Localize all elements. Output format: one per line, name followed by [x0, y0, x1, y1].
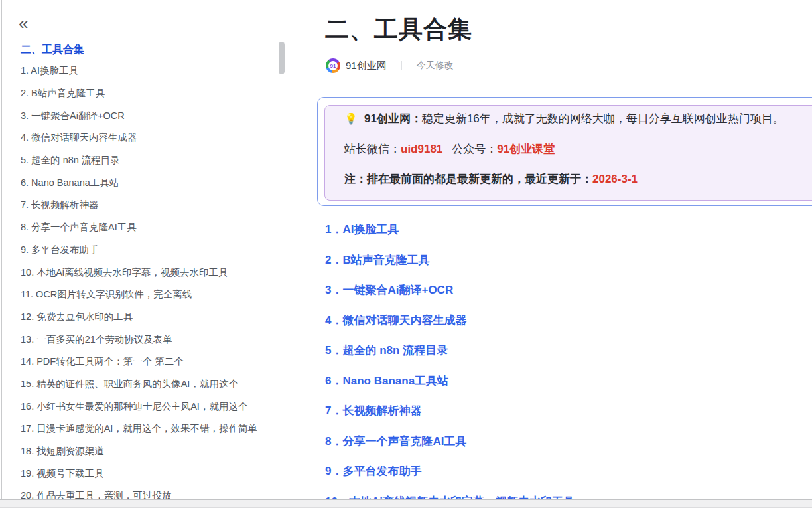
window-bottom-edge	[0, 499, 812, 508]
toc-item[interactable]: 6. Nano Banana工具站	[21, 171, 273, 194]
toc-item[interactable]: 10. 本地Ai离线视频去水印字幕，视频去水印工具	[21, 261, 273, 284]
modified-time: 今天修改	[417, 60, 454, 72]
author-name[interactable]: 91创业网	[346, 60, 387, 72]
toc-item[interactable]: 16. 小红书女生最爱的那种迪士尼公主风AI，就用这个	[21, 395, 273, 418]
doc-main: 二、工具合集 91 91创业网 今天修改 💡91创业网：稳定更新16年，成就了无…	[302, 0, 812, 499]
update-note: 注：排在最前面的都是最新更新的，最近更新于：	[344, 173, 592, 185]
avatar-label: 91	[328, 61, 338, 70]
toc-item[interactable]: 14. PDF转化工具两个：第一个 第二个	[21, 351, 273, 373]
tool-link[interactable]: 8．分享一个声音克隆AI工具	[325, 426, 812, 457]
toc-item[interactable]: 12. 免费去豆包水印的工具	[21, 306, 273, 329]
wechat-id: uid9181	[401, 143, 442, 155]
toc-item[interactable]: 15. 精英的证件照、职业商务风的头像AI，就用这个	[21, 373, 273, 396]
tool-link[interactable]: 2．B站声音克隆工具	[325, 245, 812, 276]
sidebar-scrollbar-thumb[interactable]	[279, 42, 285, 74]
toc-sidebar: « 二、工具合集 1. AI换脸工具 2. B站声音克隆工具 3. 一键聚合Ai…	[2, 0, 302, 499]
callout-outer-box: 💡91创业网：稳定更新16年，成就了无数的网络大咖，每日分享互联网创业热门项目。…	[317, 97, 812, 206]
update-date: 2026-3-1	[592, 173, 638, 185]
tool-link[interactable]: 7．长视频解析神器	[325, 396, 812, 426]
tool-link[interactable]: 4．微信对话聊天内容生成器	[325, 305, 812, 336]
toc-item[interactable]: 7. 长视频解析神器	[21, 194, 273, 216]
official-account-label: 公众号：	[452, 143, 497, 155]
toc-item[interactable]: 3. 一键聚合Ai翻译+OCR	[21, 104, 273, 127]
byline: 91 91创业网 今天修改	[326, 58, 454, 74]
toc-item[interactable]: 1. AI换脸工具	[21, 60, 273, 82]
toc-title[interactable]: 二、工具合集	[21, 43, 84, 57]
tool-link[interactable]: 5．超全的 n8n 流程目录	[325, 335, 812, 366]
official-account-name: 91创业课堂	[497, 143, 555, 155]
toc-item[interactable]: 9. 多平台发布助手	[21, 239, 273, 262]
callout-line-1: 💡91创业网：稳定更新16年，成就了无数的网络大咖，每日分享互联网创业热门项目。	[344, 112, 812, 126]
toc-item[interactable]: 17. 日漫卡通感觉的AI，就用这个，效果不错，操作简单	[21, 418, 273, 440]
callout-line-3: 注：排在最前面的都是最新更新的，最近更新于：2026-3-1	[344, 172, 812, 187]
callout-brand: 91创业网：	[364, 112, 422, 125]
toc-item[interactable]: 8. 分享一个声音克隆AI工具	[21, 216, 273, 239]
toc-item[interactable]: 19. 视频号下载工具	[21, 462, 273, 485]
toc-item[interactable]: 13. 一百多买的21个劳动协议及表单	[21, 328, 273, 351]
toc-item[interactable]: 18. 找短剧资源渠道	[21, 440, 273, 463]
toc-list: 1. AI换脸工具 2. B站声音克隆工具 3. 一键聚合Ai翻译+OCR 4.…	[21, 60, 273, 507]
collapse-sidebar-icon[interactable]: «	[19, 15, 28, 32]
page-title: 二、工具合集	[325, 13, 472, 46]
tool-link-list: 1．AI换脸工具 2．B站声音克隆工具 3．一键聚合Ai翻译+OCR 4．微信对…	[325, 214, 812, 508]
callout-line-2: 站长微信：uid9181公众号：91创业课堂	[344, 142, 812, 157]
byline-divider	[401, 61, 402, 70]
lightbulb-icon: 💡	[344, 113, 358, 124]
tool-link[interactable]: 6．Nano Banana工具站	[325, 366, 812, 396]
callout-box: 💡91创业网：稳定更新16年，成就了无数的网络大咖，每日分享互联网创业热门项目。…	[324, 105, 812, 201]
tool-link[interactable]: 3．一键聚合Ai翻译+OCR	[325, 275, 812, 305]
toc-item[interactable]: 11. OCR图片转文字识别软件，完全离线	[21, 284, 273, 306]
toc-item[interactable]: 5. 超全的 n8n 流程目录	[21, 149, 273, 172]
author-avatar[interactable]: 91	[326, 58, 340, 73]
wechat-label: 站长微信：	[344, 143, 401, 155]
toc-item[interactable]: 4. 微信对话聊天内容生成器	[21, 127, 273, 149]
callout-intro-text: 稳定更新16年，成就了无数的网络大咖，每日分享互联网创业热门项目。	[422, 112, 784, 125]
tool-link[interactable]: 9．多平台发布助手	[325, 456, 812, 487]
toc-item[interactable]: 2. B站声音克隆工具	[21, 82, 273, 105]
tool-link[interactable]: 1．AI换脸工具	[325, 214, 812, 245]
